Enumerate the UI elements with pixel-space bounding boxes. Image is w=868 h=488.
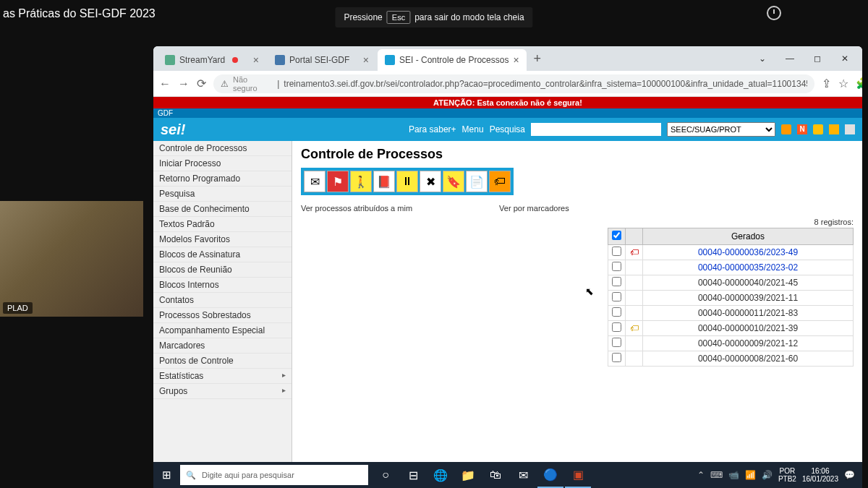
close-icon[interactable]: ×	[253, 54, 259, 66]
list-icon[interactable]	[781, 124, 791, 134]
sidebar-item-sobrestados[interactable]: Processos Sobrestados	[153, 308, 292, 323]
chevron-down-icon[interactable]: ⌄	[749, 48, 775, 69]
process-number[interactable]: 00040-00000009/2021-12	[698, 338, 798, 348]
sidebar-item-pontos[interactable]: Pontos de Controle	[153, 354, 292, 369]
unit-select[interactable]: SEEC/SUAG/PROT	[667, 122, 775, 137]
reload-button[interactable]: ⟳	[197, 77, 206, 90]
tool-envelope-icon[interactable]: ✉	[304, 171, 326, 192]
tray-wifi-icon[interactable]: 📶	[745, 470, 756, 480]
row-checkbox[interactable]	[612, 353, 621, 362]
share-icon[interactable]: ⇪	[822, 77, 831, 90]
link-menu[interactable]: Menu	[462, 124, 484, 134]
close-icon[interactable]: ×	[363, 54, 369, 66]
start-button[interactable]: ⊞	[153, 468, 180, 481]
powerpoint-icon[interactable]: ▣	[565, 462, 591, 488]
tool-pause-icon[interactable]: ⏸	[396, 171, 418, 192]
row-checkbox[interactable]	[612, 338, 621, 347]
th-check[interactable]	[608, 228, 626, 245]
tool-book-icon[interactable]: 📕	[373, 171, 395, 192]
row-checkbox[interactable]	[612, 322, 621, 332]
forward-button[interactable]: →	[178, 77, 190, 90]
store-icon[interactable]: 🛍	[482, 462, 509, 488]
config-icon[interactable]	[829, 124, 839, 134]
process-number[interactable]: 00040-00000035/2023-02	[698, 262, 798, 273]
exit-icon[interactable]	[845, 124, 855, 134]
sidebar-item-retorno[interactable]: Retorno Programado	[153, 171, 292, 187]
tool-tag-yellow-icon[interactable]: 🔖	[443, 171, 464, 192]
tray-keyboard-icon[interactable]: ⌨	[710, 470, 723, 480]
new-tab-button[interactable]: +	[528, 51, 548, 67]
tab-sei-active[interactable]: SEI - Controle de Processos ×	[378, 49, 527, 71]
close-button[interactable]: ✕	[832, 48, 858, 69]
sidebar-item-marcadores[interactable]: Marcadores	[153, 338, 292, 354]
filter-links: Ver processos atribuídos a mim Ver por m…	[301, 204, 854, 213]
th-gerados[interactable]: Gerados	[643, 228, 854, 245]
search-input[interactable]	[531, 123, 661, 136]
user-icon[interactable]	[813, 124, 823, 134]
tray-clock[interactable]: 16:06 16/01/2023	[802, 467, 838, 483]
chevron-right-icon: ▸	[282, 371, 286, 381]
row-checkbox[interactable]	[612, 292, 621, 301]
check-all[interactable]	[612, 231, 621, 240]
star-icon[interactable]: ☆	[838, 77, 848, 90]
sidebar-item-blocos-ass[interactable]: Blocos de Assinatura	[153, 247, 292, 262]
link-saber[interactable]: Para saber+	[409, 124, 456, 134]
row-checkbox[interactable]	[612, 262, 621, 271]
link-pesquisa[interactable]: Pesquisa	[490, 124, 525, 134]
process-number[interactable]: 00040-00000039/2021-11	[698, 293, 798, 303]
taskview-icon[interactable]: ⊟	[400, 462, 426, 488]
sidebar-item-textos[interactable]: Textos Padrão	[153, 217, 292, 232]
sidebar-item-blocos-reu[interactable]: Blocos de Reunião	[153, 262, 292, 278]
tray-notifications-icon[interactable]: 💬	[844, 470, 855, 480]
maximize-button[interactable]: ◻	[804, 48, 830, 69]
address-bar[interactable]: ⚠ Não seguro | treinamento3.sei.df.gov.b…	[213, 74, 814, 93]
process-number[interactable]: 00040-00000036/2023-49	[698, 247, 798, 257]
tray-lang[interactable]: POR PTB2	[778, 467, 796, 483]
sidebar-item-blocos-int[interactable]: Blocos Internos	[153, 278, 292, 293]
tray-sound-icon[interactable]: 🔊	[762, 470, 773, 480]
row-checkbox[interactable]	[612, 277, 621, 286]
sidebar-item-iniciar[interactable]: Iniciar Processo	[153, 156, 292, 171]
sidebar-item-controle[interactable]: Controle de Processos	[153, 141, 292, 156]
system-tray: ⌃ ⌨ 📹 📶 🔊 POR PTB2 16:06 16/01/2023 💬	[697, 467, 862, 483]
filter-markers[interactable]: Ver por marcadores	[499, 204, 569, 213]
tray-meet-icon[interactable]: 📹	[728, 470, 739, 480]
mail-icon[interactable]: ✉	[510, 462, 536, 488]
row-checkbox[interactable]	[612, 307, 621, 317]
process-number[interactable]: 00040-00000011/2021-83	[698, 308, 798, 318]
tool-cancel-icon[interactable]: ✖	[420, 171, 441, 192]
row-checkbox[interactable]	[612, 247, 621, 256]
gdf-bar: GDF	[153, 108, 862, 118]
tray-up-icon[interactable]: ⌃	[697, 470, 705, 480]
puzzle-icon[interactable]: 🧩	[856, 77, 862, 90]
explorer-icon[interactable]: 📁	[455, 462, 481, 488]
tool-tag-orange-icon[interactable]: 🏷	[489, 171, 511, 192]
process-number[interactable]: 00040-00000010/2021-39	[698, 323, 798, 333]
chrome-icon[interactable]: 🔵	[537, 462, 563, 488]
sidebar-item-base[interactable]: Base de Conhecimento	[153, 202, 292, 217]
sidebar-item-contatos[interactable]: Contatos	[153, 293, 292, 308]
new-icon[interactable]: N	[797, 124, 807, 134]
tool-flag-icon[interactable]: ⚑	[327, 171, 349, 192]
sidebar-item-acomp[interactable]: Acompanhamento Especial	[153, 323, 292, 338]
sidebar-item-pesquisa[interactable]: Pesquisa	[153, 187, 292, 202]
records-table: Gerados 🏷00040-00000036/2023-4900040-000…	[608, 228, 854, 367]
sei-icon	[385, 55, 395, 65]
taskbar-search[interactable]: 🔍 Digite aqui para pesquisar	[180, 465, 368, 485]
filter-assigned[interactable]: Ver processos atribuídos a mim	[301, 204, 412, 213]
sidebar-item-grupos[interactable]: Grupos▸	[153, 384, 292, 399]
cortana-icon[interactable]: ○	[373, 462, 399, 488]
tab-portal[interactable]: Portal SEI-GDF ×	[268, 49, 376, 71]
tab-label: SEI - Controle de Processos	[399, 55, 509, 65]
process-number[interactable]: 00040-00000008/2021-60	[698, 354, 798, 364]
close-icon[interactable]: ×	[513, 54, 519, 66]
sidebar-item-estatisticas[interactable]: Estatísticas▸	[153, 369, 292, 384]
edge-icon[interactable]: 🌐	[427, 462, 454, 488]
process-number[interactable]: 00040-00000040/2021-45	[698, 278, 798, 288]
tool-doc-icon[interactable]: 📄	[466, 171, 488, 192]
back-button[interactable]: ←	[159, 77, 171, 90]
tool-person-icon[interactable]: 🚶	[350, 171, 372, 192]
tab-streamyard[interactable]: StreamYard ×	[158, 49, 266, 71]
minimize-button[interactable]: —	[777, 48, 803, 69]
sidebar-item-modelos[interactable]: Modelos Favoritos	[153, 232, 292, 247]
